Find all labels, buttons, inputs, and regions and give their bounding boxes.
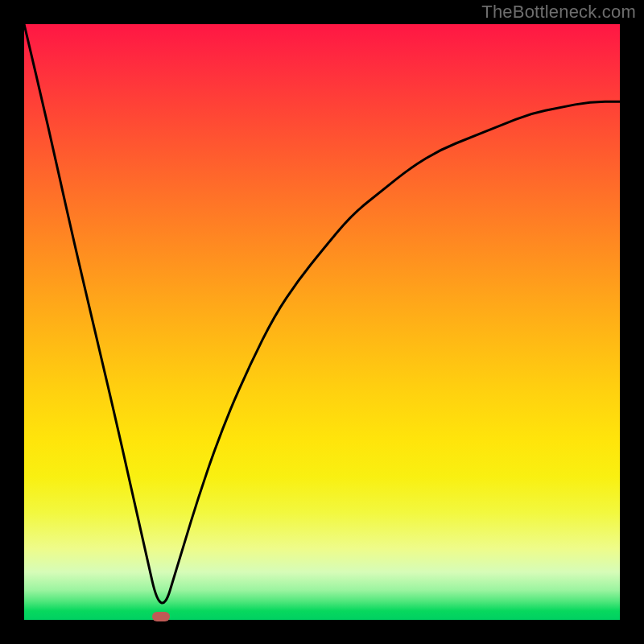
curve-path <box>24 24 620 603</box>
chart-frame: TheBottleneck.com <box>0 0 644 644</box>
minimum-marker <box>152 612 170 621</box>
watermark-text: TheBottleneck.com <box>481 2 636 23</box>
bottleneck-curve <box>24 24 620 620</box>
plot-area <box>24 24 620 620</box>
